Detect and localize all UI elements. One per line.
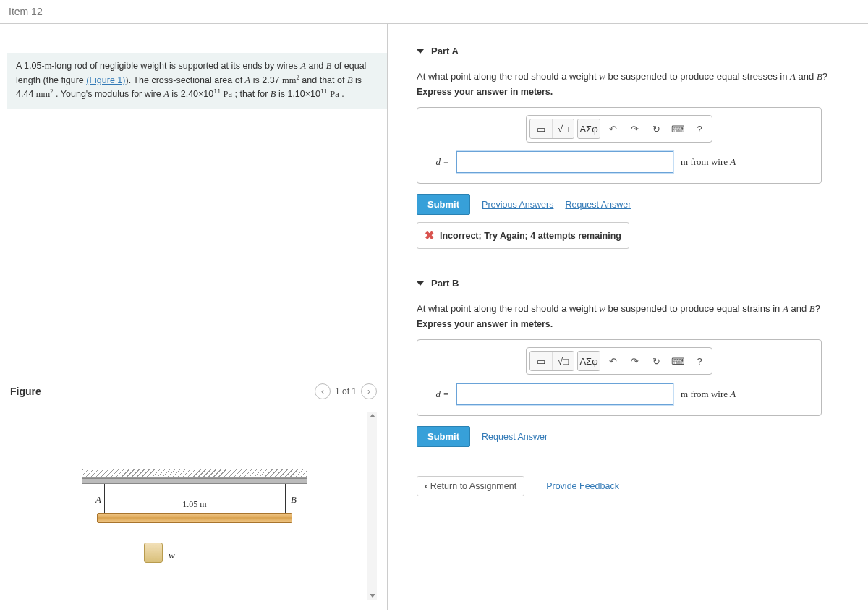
t: ?	[822, 71, 827, 82]
t: m	[45, 61, 52, 71]
return-to-assignment-button[interactable]: Return to Assignment	[417, 476, 524, 496]
redo-icon[interactable]: ↷	[625, 352, 644, 370]
part-b-submit-button[interactable]: Submit	[417, 426, 470, 447]
templates-icon[interactable]: ▭	[530, 352, 552, 370]
t: .	[339, 89, 344, 99]
part-a-submit-button[interactable]: Submit	[417, 194, 470, 215]
figure-label-B: B	[291, 494, 297, 506]
figure-w-label: w	[169, 550, 175, 561]
keyboard-icon[interactable]: ⌨	[668, 119, 687, 138]
t: 11	[320, 88, 328, 95]
greek-button[interactable]: ΑΣφ	[578, 352, 600, 370]
t: -long rod of negligible weight is suppor…	[51, 61, 300, 71]
radical-icon[interactable]: √□	[552, 119, 574, 138]
part-b-unit: m from wire A	[681, 388, 736, 400]
t: A	[730, 156, 736, 167]
prev-figure-button[interactable]: ‹	[315, 383, 331, 399]
right-column: Part A At what point along the rod shoul…	[388, 24, 868, 610]
t: be suspended to produce equal strains in	[605, 303, 783, 314]
main-layout: A 1.05-m-long rod of negligible weight i…	[0, 24, 868, 610]
left-column: A 1.05-m-long rod of negligible weight i…	[0, 24, 387, 610]
var-A: A	[163, 89, 169, 99]
var-A: A	[300, 61, 306, 71]
t: mm	[282, 75, 296, 85]
t: A	[730, 388, 736, 399]
t: m	[681, 388, 688, 399]
t: A 1.05-	[16, 61, 45, 71]
undo-icon[interactable]: ↶	[603, 352, 622, 370]
figure-diagram: A B 1.05 m w	[82, 469, 307, 523]
request-answer-a-link[interactable]: Request Answer	[565, 200, 631, 210]
feedback-text: Incorrect; Try Again; 4 attempts remaini…	[440, 231, 621, 241]
t: Pa	[224, 89, 233, 99]
incorrect-icon: ✖	[425, 229, 434, 242]
figure-weight	[144, 543, 163, 563]
problem-statement: A 1.05-m-long rod of negligible weight i…	[7, 53, 387, 109]
part-a-answer-box: ▭ √□ ΑΣφ ↶ ↷ ↻ ⌨ ? d = m from w	[417, 107, 822, 184]
part-b-title: Part B	[431, 278, 459, 289]
t: At what point along the rod should a wei…	[417, 303, 599, 314]
part-a-question: At what point along the rod should a wei…	[417, 71, 854, 82]
t: 11	[213, 88, 221, 95]
t: is 2.37	[250, 75, 282, 85]
t: B	[817, 71, 822, 82]
t: and	[796, 71, 817, 82]
part-a-feedback: ✖ Incorrect; Try Again; 4 attempts remai…	[417, 222, 629, 249]
part-b-variable: d =	[427, 388, 449, 400]
part-a-variable: d =	[427, 156, 449, 168]
part-b-input[interactable]	[456, 383, 673, 405]
equation-toolbar: ▭ √□ ΑΣφ ↶ ↷ ↻ ⌨ ?	[526, 115, 712, 143]
figure-pager: ‹ 1 of 1 ›	[315, 383, 377, 399]
next-figure-button[interactable]: ›	[361, 383, 377, 399]
t: ?	[815, 303, 820, 314]
templates-icon[interactable]: ▭	[530, 119, 552, 138]
figure-length: 1.05 m	[182, 499, 206, 510]
t: w	[599, 71, 605, 82]
t: be suspended to produce equal stresses i…	[605, 71, 790, 82]
t: w	[599, 303, 605, 314]
figure-scrollbar[interactable]	[367, 412, 377, 600]
redo-icon[interactable]: ↷	[625, 119, 644, 138]
greek-button[interactable]: ΑΣφ	[578, 119, 600, 138]
var-B: B	[347, 75, 353, 85]
figure-link[interactable]: (Figure 1)	[86, 75, 125, 85]
t: is 2.40×10	[169, 89, 214, 99]
help-icon[interactable]: ?	[690, 352, 709, 370]
t: Pa	[330, 89, 339, 99]
t: At what point along the rod should a wei…	[417, 71, 599, 82]
previous-answers-link[interactable]: Previous Answers	[482, 200, 553, 210]
t: and	[306, 61, 326, 71]
radical-icon[interactable]: √□	[552, 352, 574, 370]
t: ; that for	[232, 89, 271, 99]
reset-icon[interactable]: ↻	[647, 119, 665, 138]
help-icon[interactable]: ?	[690, 119, 709, 138]
t: mm	[36, 89, 50, 99]
page-title: Item 12	[0, 0, 868, 24]
t: A	[783, 303, 788, 314]
equation-toolbar: ▭ √□ ΑΣφ ↶ ↷ ↻ ⌨ ?	[526, 347, 712, 375]
t: from wire	[688, 156, 730, 167]
t: B	[809, 303, 815, 314]
t: A	[790, 71, 796, 82]
part-a-input[interactable]	[456, 151, 673, 173]
part-a: Part A At what point along the rod shoul…	[417, 46, 854, 249]
t: from wire	[688, 388, 730, 399]
t: ). The cross-sectional area of	[125, 75, 244, 85]
part-b-question: At what point along the rod should a wei…	[417, 303, 854, 315]
t: is 1.10×10	[276, 89, 320, 99]
t: and that of	[299, 75, 347, 85]
part-a-unit: m from wire A	[681, 156, 736, 168]
t: . Young's modulus for wire	[54, 89, 163, 99]
provide-feedback-link[interactable]: Provide Feedback	[546, 481, 619, 491]
reset-icon[interactable]: ↻	[647, 352, 665, 370]
figure-count: 1 of 1	[335, 386, 357, 396]
request-answer-b-link[interactable]: Request Answer	[482, 432, 548, 442]
collapse-part-b-icon[interactable]	[417, 281, 424, 286]
undo-icon[interactable]: ↶	[603, 119, 622, 138]
part-b-instruction: Express your answer in meters.	[417, 319, 854, 329]
keyboard-icon[interactable]: ⌨	[668, 352, 687, 370]
collapse-part-a-icon[interactable]	[417, 49, 424, 54]
part-b-answer-box: ▭ √□ ΑΣφ ↶ ↷ ↻ ⌨ ? d = m from w	[417, 339, 822, 416]
figure-title: Figure	[10, 386, 41, 397]
figure-body: A B 1.05 m w	[10, 412, 377, 600]
